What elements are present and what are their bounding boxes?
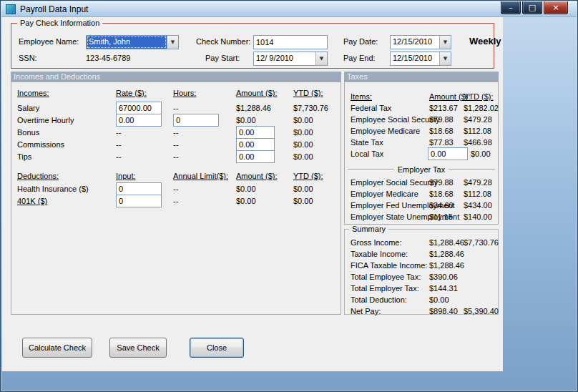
taxes-section-header: Taxes	[344, 72, 499, 82]
bonus-amount-input[interactable]	[236, 126, 275, 139]
incomes-header-row: Incomes: Rate ($): Hours: Amount ($): YT…	[11, 87, 341, 99]
deductions-header-row: Deductions: Input: Annual Limit($): Amou…	[11, 170, 341, 182]
summary-row-net-pay: Net Pay: $898.40 $5,390.40	[345, 305, 498, 317]
taxable-income-amount: $1,288.46	[429, 248, 464, 260]
health-insurance-ytd: $0.00	[293, 182, 313, 195]
title-bar[interactable]: Payroll Data Input – □ ×	[1, 1, 577, 17]
ded-ytd-col-header: YTD ($):	[293, 170, 323, 182]
employer-tax-divider: Employer Tax	[348, 165, 495, 175]
check-number-label: Check Number:	[196, 37, 250, 46]
paycheck-info-legend: Pay Check Information	[17, 19, 102, 27]
employer-state-unemp-ytd: $140.00	[464, 210, 492, 223]
401k-amount: $0.00	[236, 195, 256, 207]
health-insurance-amount: $0.00	[236, 182, 256, 195]
tips-rate: --	[116, 150, 121, 163]
salary-rate-input[interactable]	[116, 102, 162, 114]
tax-row-employer-state-unemployment: Employer State Unemployment $11.15 $140.…	[345, 210, 498, 223]
employer-state-unemp-amount: $11.15	[429, 210, 453, 223]
total-employee-tax-amount: $390.06	[429, 271, 458, 283]
gross-income-label: Gross Income:	[351, 237, 402, 248]
income-row-overtime: Overtime Hourly $0.00 $0.00	[11, 114, 341, 127]
summary-row-total-deduction: Total Deduction: $0.00	[345, 294, 498, 305]
pay-end-picker[interactable]: 12/15/2010	[390, 52, 451, 66]
employee-name-dropdown-icon[interactable]	[167, 36, 178, 49]
401k-limit: --	[173, 195, 178, 207]
pay-start-value: 12/ 9/2010	[254, 52, 315, 65]
summary-group: Summary Gross Income: $1,288.46 $7,730.7…	[344, 229, 499, 315]
incomes-col-header: Incomes:	[17, 87, 49, 99]
check-number-input[interactable]	[253, 35, 328, 49]
summary-row-gross: Gross Income: $1,288.46 $7,730.76	[345, 237, 498, 248]
income-row-tips: Tips -- -- $0.00	[11, 150, 341, 163]
401k-input[interactable]	[116, 195, 162, 207]
income-row-commissions: Commissions -- -- $0.00	[11, 138, 341, 151]
divider-line	[449, 169, 495, 170]
total-deduction-amount: $0.00	[429, 294, 449, 305]
net-pay-label: Net Pay:	[351, 305, 381, 317]
tips-amount-input[interactable]	[236, 150, 275, 163]
local-tax-input[interactable]	[428, 147, 468, 160]
commissions-amount-input[interactable]	[236, 138, 275, 151]
incomes-deductions-panel: Incomes: Rate ($): Hours: Amount ($): YT…	[11, 82, 341, 315]
bonus-label: Bonus	[17, 126, 39, 139]
pay-frequency: Weekly	[469, 36, 501, 46]
pay-date-value: 12/15/2010	[391, 36, 439, 49]
income-row-salary: Salary -- $1,288.46 $7,730.76	[11, 102, 341, 114]
tips-ytd: $0.00	[293, 150, 313, 163]
taxable-income-label: Taxable Income:	[351, 248, 408, 260]
close-button[interactable]: ×	[544, 1, 568, 14]
bonus-hours: --	[173, 126, 178, 139]
form-client-area: Pay Check Information Employee Name: Smi…	[2, 17, 503, 371]
close-check-button[interactable]: Close	[190, 338, 244, 358]
health-insurance-input[interactable]	[116, 182, 162, 195]
pay-date-label: Pay Date:	[343, 37, 378, 46]
close-icon: ×	[552, 4, 559, 11]
summary-row-total-employee-tax: Total Employee Tax: $390.06	[345, 271, 498, 283]
amount-col-header: Amount ($):	[236, 87, 277, 99]
overtime-hours-input[interactable]	[173, 114, 219, 127]
net-pay-amount: $898.40	[429, 305, 458, 317]
pay-date-picker[interactable]: 12/15/2010	[390, 35, 451, 49]
incomes-section-header: Incomes and Deductions	[11, 72, 341, 82]
overtime-amount: $0.00	[236, 114, 256, 127]
total-deduction-label: Total Deduction:	[351, 294, 407, 305]
overtime-ytd: $0.00	[293, 114, 313, 127]
save-check-button[interactable]: Save Check	[109, 338, 167, 358]
payroll-window: Payroll Data Input – □ × Pay Check Infor…	[0, 0, 578, 392]
divider-line	[348, 169, 394, 170]
minimize-button[interactable]: –	[501, 1, 521, 14]
deduction-row-401k: 401K ($) -- $0.00 $0.00	[11, 195, 341, 207]
summary-row-taxable: Taxable Income: $1,288.46	[345, 248, 498, 260]
maximize-icon: □	[529, 4, 536, 11]
salary-ytd: $7,730.76	[293, 102, 328, 114]
overtime-label: Overtime Hourly	[17, 114, 74, 127]
overtime-rate-input[interactable]	[116, 114, 162, 127]
commissions-label: Commissions	[17, 138, 64, 151]
ytd-col-header: YTD ($):	[293, 87, 323, 99]
hours-col-header: Hours:	[173, 87, 196, 99]
pay-end-dropdown-icon[interactable]	[439, 52, 451, 65]
paycheck-info-group: Pay Check Information Employee Name: Smi…	[11, 23, 494, 69]
employee-name-label: Employee Name:	[19, 37, 79, 46]
maximize-button[interactable]: □	[522, 1, 542, 14]
net-pay-ytd: $5,390.40	[464, 305, 499, 317]
app-icon[interactable]	[6, 4, 16, 14]
deductions-col-header: Deductions:	[17, 170, 59, 182]
pay-start-picker[interactable]: 12/ 9/2010	[253, 52, 328, 66]
401k-link[interactable]: 401K ($)	[17, 195, 47, 207]
fica-taxable-amount: $1,288.46	[429, 260, 464, 271]
employee-name-value: Smith, John	[87, 36, 167, 49]
window-title: Payroll Data Input	[20, 4, 88, 14]
commissions-rate: --	[116, 138, 121, 151]
pay-end-value: 12/15/2010	[391, 52, 439, 65]
summary-row-fica: FICA Taxable Income: $1,288.46	[345, 260, 498, 271]
pay-date-dropdown-icon[interactable]	[439, 36, 451, 49]
summary-legend: Summary	[349, 225, 388, 233]
pay-start-dropdown-icon[interactable]	[315, 52, 327, 65]
employee-name-combo[interactable]: Smith, John	[86, 35, 179, 49]
calculate-check-button[interactable]: Calculate Check	[22, 338, 92, 358]
pay-start-label: Pay Start:	[205, 54, 240, 62]
deduction-row-health: Health Insurance ($) -- $0.00 $0.00	[11, 182, 341, 195]
salary-amount: $1,288.46	[236, 102, 271, 114]
total-employer-tax-label: Total Employer Tax:	[351, 283, 419, 294]
